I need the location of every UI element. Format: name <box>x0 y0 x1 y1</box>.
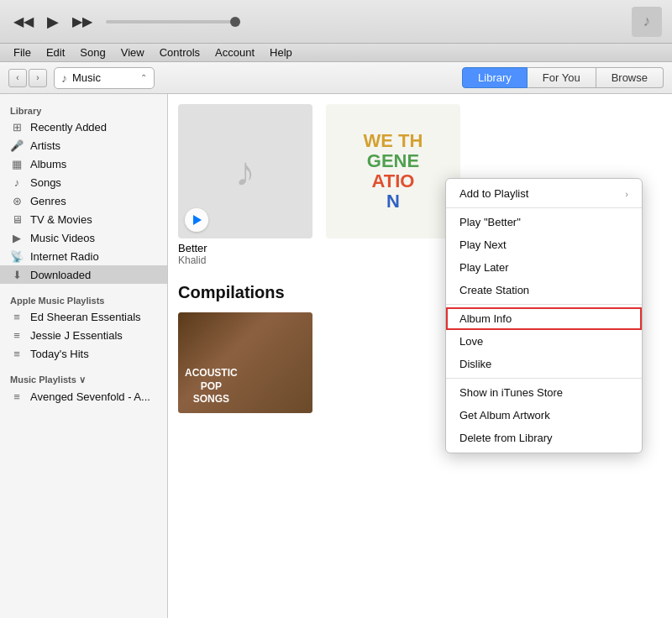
sidebar-item-albums[interactable]: ▦ Albums <box>0 154 167 173</box>
rewind-button[interactable]: ◀◀ <box>10 10 37 33</box>
menu-help[interactable]: Help <box>263 45 299 60</box>
source-chevron-icon: ⌃ <box>140 73 147 82</box>
context-menu-create-station[interactable]: Create Station <box>446 279 642 301</box>
playlist-icon-4: ≡ <box>10 390 24 403</box>
music-videos-label: Music Videos <box>30 232 95 244</box>
main-layout: Library ⊞ Recently Added 🎤 Artists ▦ Alb… <box>0 94 672 618</box>
avenged-label: Avenged Sevenfold - A... <box>30 390 150 403</box>
album-title-better: Better <box>178 242 312 254</box>
menu-view[interactable]: View <box>114 45 151 60</box>
album-play-button[interactable] <box>185 208 208 232</box>
title-bar: ◀◀ ▶ ▶▶ ♪ <box>0 0 672 44</box>
albums-label: Albums <box>30 158 66 170</box>
genres-label: Genres <box>30 195 66 207</box>
sidebar-item-todays-hits[interactable]: ≡ Today's Hits <box>0 344 167 363</box>
music-videos-icon: ▶ <box>10 231 24 244</box>
source-label: Music <box>72 71 135 84</box>
sidebar-item-recently-added[interactable]: ⊞ Recently Added <box>0 118 167 136</box>
album-artist-better: Khalid <box>178 254 312 266</box>
menu-file[interactable]: File <box>7 45 38 60</box>
compilation-card-acoustic[interactable]: ACOUSTIC POP SONGS <box>178 312 312 413</box>
jessie-j-label: Jessie J Essentials <box>30 329 123 342</box>
context-menu-get-artwork[interactable]: Get Album Artwork <box>446 404 642 427</box>
source-selector[interactable]: ♪ Music ⌃ <box>54 67 155 89</box>
apple-music-section-header: Apple Music Playlists <box>0 291 167 307</box>
album-cover-better: ♪ <box>178 104 312 238</box>
internet-radio-icon: 📡 <box>10 249 24 263</box>
playlist-icon-1: ≡ <box>10 310 24 323</box>
context-menu-dislike[interactable]: Dislike <box>446 353 642 375</box>
menu-controls[interactable]: Controls <box>153 45 207 60</box>
submenu-arrow-icon: › <box>625 189 628 199</box>
sidebar-item-ed-sheeran[interactable]: ≡ Ed Sheeran Essentials <box>0 307 167 326</box>
play-button[interactable]: ▶ <box>44 9 62 34</box>
context-menu-play-later[interactable]: Play Later <box>446 256 642 279</box>
source-icon: ♪ <box>61 71 67 85</box>
album-cover-generation: WE TH GENE ATIO N <box>326 104 460 238</box>
sidebar-item-songs[interactable]: ♪ Songs <box>0 173 167 191</box>
context-menu-play-better[interactable]: Play "Better" <box>446 211 642 233</box>
artists-icon: 🎤 <box>10 139 24 152</box>
sidebar-item-jessie-j[interactable]: ≡ Jessie J Essentials <box>0 326 167 344</box>
text-art-line-4: N <box>386 191 400 212</box>
text-art-line-1: WE TH <box>364 131 423 151</box>
menu-bar: File Edit Song View Controls Account Hel… <box>0 44 672 62</box>
playlist-icon-3: ≡ <box>10 347 24 360</box>
menu-account[interactable]: Account <box>208 45 261 60</box>
menu-edit[interactable]: Edit <box>39 45 71 60</box>
menu-song[interactable]: Song <box>73 45 112 60</box>
songs-label: Songs <box>30 176 61 189</box>
recently-added-icon: ⊞ <box>10 120 24 134</box>
sidebar-item-tv-movies[interactable]: 🖥 TV & Movies <box>0 210 167 228</box>
album-card-better[interactable]: ♪ Better Khalid <box>178 104 312 266</box>
sidebar-item-music-videos[interactable]: ▶ Music Videos <box>0 228 167 247</box>
library-section-header: Library <box>0 101 167 118</box>
now-playing-icon: ♪ <box>632 7 662 37</box>
progress-bar[interactable] <box>106 20 240 24</box>
sidebar: Library ⊞ Recently Added 🎤 Artists ▦ Alb… <box>0 94 168 618</box>
sidebar-item-downloaded[interactable]: ⬇ Downloaded <box>0 265 167 284</box>
context-menu-delete-from-library[interactable]: Delete from Library <box>446 427 642 449</box>
album-card-generation[interactable]: WE TH GENE ATIO N <box>326 104 460 266</box>
nav-arrows: ‹ › <box>8 69 47 87</box>
context-menu-show-in-itunes[interactable]: Show in iTunes Store <box>446 381 642 404</box>
playlist-icon-2: ≡ <box>10 328 24 342</box>
tab-library[interactable]: Library <box>462 67 528 88</box>
downloaded-label: Downloaded <box>30 269 91 281</box>
play-triangle-icon <box>193 215 202 225</box>
context-menu-separator-1 <box>446 207 642 208</box>
context-menu-add-to-playlist[interactable]: Add to Playlist › <box>446 182 642 205</box>
downloaded-icon: ⬇ <box>10 268 24 281</box>
progress-thumb <box>230 17 240 27</box>
tab-for-you[interactable]: For You <box>528 67 596 88</box>
compilation-text: ACOUSTIC POP SONGS <box>185 367 238 406</box>
context-menu-love[interactable]: Love <box>446 330 642 353</box>
tab-browse[interactable]: Browse <box>596 67 664 88</box>
context-menu-album-info[interactable]: Album Info <box>446 307 642 330</box>
sidebar-item-genres[interactable]: ⊛ Genres <box>0 191 167 210</box>
nav-bar: ‹ › ♪ Music ⌃ Library For You Browse <box>0 62 672 94</box>
tv-movies-icon: 🖥 <box>10 212 24 226</box>
context-menu-separator-2 <box>446 304 642 305</box>
music-playlists-section-header[interactable]: Music Playlists ∨ <box>0 369 167 387</box>
genres-icon: ⊛ <box>10 194 24 207</box>
tv-movies-label: TV & Movies <box>30 213 92 226</box>
back-button[interactable]: ‹ <box>8 69 27 87</box>
transport-controls: ◀◀ ▶ ▶▶ <box>10 9 96 34</box>
artists-label: Artists <box>30 139 60 152</box>
recently-added-label: Recently Added <box>30 121 107 134</box>
internet-radio-label: Internet Radio <box>30 250 99 263</box>
sidebar-item-artists[interactable]: 🎤 Artists <box>0 136 167 154</box>
ed-sheeran-label: Ed Sheeran Essentials <box>30 311 141 323</box>
forward-button[interactable]: ▶▶ <box>69 10 96 33</box>
songs-icon: ♪ <box>10 175 24 189</box>
context-menu-separator-3 <box>446 378 642 379</box>
context-menu-play-next[interactable]: Play Next <box>446 233 642 256</box>
compilation-cover-acoustic: ACOUSTIC POP SONGS <box>178 312 312 413</box>
context-menu: Add to Playlist › Play "Better" Play Nex… <box>445 178 643 453</box>
album-placeholder-icon: ♪ <box>235 149 255 195</box>
content-area: ♪ Better Khalid WE TH GENE ATIO N <box>168 94 672 618</box>
sidebar-item-avenged[interactable]: ≡ Avenged Sevenfold - A... <box>0 387 167 406</box>
forward-button-nav[interactable]: › <box>29 69 47 87</box>
sidebar-item-internet-radio[interactable]: 📡 Internet Radio <box>0 247 167 265</box>
